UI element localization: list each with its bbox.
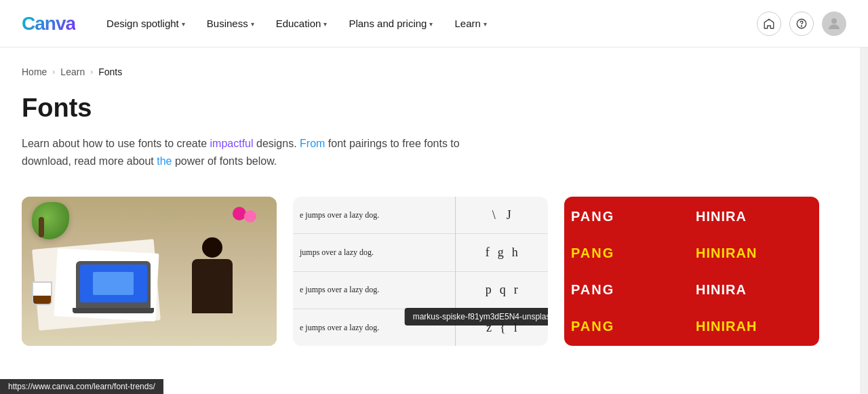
- card-1-flowers: [229, 207, 256, 241]
- card-3-word-3: HINIRAN: [692, 235, 818, 271]
- navbar: Canva Design spotlight ▾ Business ▾ Educ…: [0, 0, 868, 47]
- card-3-word-4: PANG: [566, 271, 692, 308]
- page-content: Fonts Learn about how to use fonts to cr…: [0, 83, 841, 373]
- nav-item-education[interactable]: Education ▾: [267, 12, 337, 35]
- home-icon-button[interactable]: [757, 12, 781, 36]
- nav-item-business[interactable]: Business ▾: [197, 12, 264, 35]
- chevron-down-icon-education: ▾: [323, 20, 327, 28]
- card-2-row-2-left: e jumps over a lazy dog.: [293, 272, 455, 309]
- glyph-q: q: [500, 283, 506, 297]
- page-description: Learn about how to use fonts to create i…: [22, 135, 496, 170]
- highlight-impactful: impactful: [210, 138, 254, 149]
- canva-logo[interactable]: Canva: [22, 13, 75, 35]
- card-3-word-1: HINIRA: [692, 198, 818, 235]
- glyph-p: p: [486, 283, 492, 297]
- card-1-coffee: [33, 296, 51, 304]
- help-icon-button[interactable]: [789, 12, 814, 36]
- nav-item-design-spotlight[interactable]: Design spotlight ▾: [97, 12, 195, 35]
- card-typography-poster[interactable]: PANG HINIRA PANG HINIRAN PANG HINIRA PAN…: [564, 197, 819, 346]
- breadcrumb: Home › Learn › Fonts: [0, 47, 868, 83]
- nav-label-business: Business: [207, 18, 248, 29]
- avatar-icon: [826, 16, 842, 32]
- question-icon: [795, 18, 808, 30]
- scrollbar-track[interactable]: [860, 0, 868, 373]
- card-1-torso: [192, 259, 233, 313]
- glyph-h: h: [512, 245, 518, 260]
- breadcrumb-home[interactable]: Home: [22, 66, 47, 77]
- nav-label-design-spotlight: Design spotlight: [106, 18, 179, 29]
- breadcrumb-learn[interactable]: Learn: [60, 66, 85, 77]
- card-3-word-0: PANG: [566, 198, 692, 235]
- card-1-laptop-screen: [76, 261, 151, 309]
- highlight-the: the: [157, 155, 172, 167]
- chevron-down-icon-business: ▾: [251, 20, 254, 28]
- card-3-word-5: HINIRA: [692, 271, 818, 308]
- home-icon: [763, 18, 775, 30]
- card-1-laptop-content: [93, 272, 133, 295]
- page-title: Fonts: [22, 94, 819, 123]
- chevron-down-icon-design-spotlight: ▾: [182, 20, 185, 28]
- nav-item-learn[interactable]: Learn ▾: [445, 12, 496, 35]
- card-1-head: [202, 237, 222, 258]
- card-3-word-7: HINIRAH: [692, 308, 818, 344]
- glyph-brace: {: [500, 321, 506, 335]
- cards-grid: e jumps over a lazy dog. jumps over a la…: [22, 197, 819, 346]
- card-3-word-2: PANG: [566, 235, 692, 271]
- nav-item-plans-pricing[interactable]: Plans and pricing ▾: [339, 12, 442, 35]
- nav-links: Design spotlight ▾ Business ▾ Education …: [97, 12, 757, 35]
- card-1-flower-2: [244, 210, 256, 222]
- glyph-r: r: [514, 283, 518, 297]
- svg-point-1: [801, 25, 802, 26]
- nav-label-learn: Learn: [454, 18, 480, 29]
- card-desk-scene[interactable]: [22, 197, 277, 346]
- card-3-word-6: PANG: [566, 308, 692, 344]
- card-1-image: [22, 197, 277, 346]
- breadcrumb-sep-2: ›: [90, 67, 93, 77]
- card-typography-specimen[interactable]: e jumps over a lazy dog. jumps over a la…: [293, 197, 548, 346]
- card-2-layout: e jumps over a lazy dog. jumps over a la…: [293, 197, 548, 346]
- card-2-row-0-right: \J: [456, 197, 548, 234]
- card-3-grid: PANG HINIRA PANG HINIRAN PANG HINIRA PAN…: [564, 197, 819, 346]
- card-2-row-1-right: fgh: [456, 234, 548, 271]
- card-2-row-2-right: pqr: [456, 272, 548, 309]
- glyph-z: z: [486, 321, 492, 335]
- card-1-laptop-display: [80, 264, 147, 302]
- card-2-row-3-right: z{l: [456, 309, 548, 346]
- card-2-right-col: \J fgh pqr z{l: [456, 197, 548, 346]
- nav-label-plans-pricing: Plans and pricing: [349, 18, 427, 29]
- glyph-g: g: [498, 245, 504, 260]
- breadcrumb-sep-1: ›: [52, 67, 55, 77]
- svg-point-2: [831, 18, 837, 24]
- glyph-f: f: [486, 245, 490, 260]
- card-1-person: [182, 237, 243, 346]
- card-2-row-3-left: e jumps over a lazy dog.: [293, 309, 455, 346]
- chevron-down-icon-learn: ▾: [484, 20, 487, 28]
- breadcrumb-current: Fonts: [98, 66, 122, 77]
- card-2-row-1-left: jumps over a lazy dog.: [293, 234, 455, 271]
- card-2-inner: e jumps over a lazy dog. jumps over a la…: [293, 197, 548, 346]
- highlight-from: From: [300, 138, 325, 149]
- card-2-row-0-left: e jumps over a lazy dog.: [293, 197, 455, 234]
- card-1-laptop-base: [73, 308, 154, 313]
- avatar[interactable]: [822, 12, 846, 36]
- glyph-J: J: [507, 208, 511, 222]
- glyph-backslash: \: [492, 208, 496, 222]
- glyph-l: l: [514, 321, 517, 335]
- nav-label-education: Education: [276, 18, 321, 29]
- nav-right: [757, 12, 846, 36]
- card-1-cup: [32, 281, 52, 305]
- card-2-left-col: e jumps over a lazy dog. jumps over a la…: [293, 197, 456, 346]
- chevron-down-icon-plans-pricing: ▾: [429, 20, 433, 28]
- card-1-plant-stem: [39, 217, 44, 237]
